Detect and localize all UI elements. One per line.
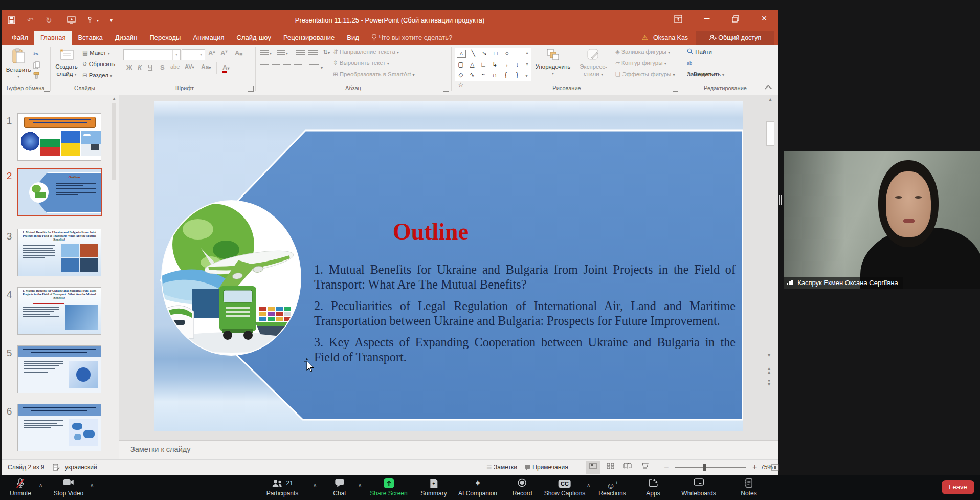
strikethrough-button[interactable]: abe xyxy=(170,63,180,70)
replace-button[interactable]: abЗаменить ▾ xyxy=(687,58,717,69)
previous-slide-button[interactable]: ▴▴ xyxy=(768,366,770,374)
shape-textbox[interactable]: A xyxy=(457,50,466,58)
next-slide-button[interactable]: ▾▾ xyxy=(768,379,770,386)
underline-button[interactable]: Ч xyxy=(148,63,152,71)
select-button[interactable]: ↖ Выделить ▾ xyxy=(687,69,724,80)
slide-thumbnail-2-selected[interactable]: Outline xyxy=(18,169,101,215)
text-shadow-button[interactable]: S xyxy=(160,63,165,71)
slide-thumbnail-4[interactable]: 1. Mutual Benefits for Ukraine and Bulga… xyxy=(18,288,101,334)
whiteboards-button[interactable]: Whiteboards xyxy=(681,478,716,497)
transport-collage-image[interactable] xyxy=(162,201,300,355)
shape-right-arrow[interactable]: → xyxy=(500,59,511,70)
record-button[interactable]: Record xyxy=(513,478,532,497)
font-size-combo[interactable]: ▾ xyxy=(182,49,205,60)
zoom-slider-track[interactable] xyxy=(675,467,746,468)
slide-sorter-view-button[interactable] xyxy=(603,461,617,474)
shape-curve[interactable]: ∩ xyxy=(489,70,500,80)
shape-rounded-rectangle[interactable]: ▢ xyxy=(455,59,466,70)
layout-button[interactable]: ▤ Макет ▾ xyxy=(82,48,110,58)
copy-button[interactable] xyxy=(33,61,40,71)
normal-view-button[interactable] xyxy=(586,461,600,474)
thumbnail-scroll-up[interactable]: ▴ xyxy=(111,96,117,101)
ribbon-display-options-button[interactable] xyxy=(670,10,687,28)
participants-options-caret[interactable]: ∧ xyxy=(313,482,317,488)
leave-meeting-button[interactable]: Leave xyxy=(942,480,974,494)
shape-arc[interactable]: ~ xyxy=(478,70,489,80)
show-captions-button[interactable]: CC Show Captions xyxy=(544,478,586,497)
tab-animations[interactable]: Анимация xyxy=(187,31,230,45)
tab-transitions[interactable]: Переходы xyxy=(143,31,187,45)
character-spacing-button[interactable]: AV▾ xyxy=(185,63,194,70)
bullets-button[interactable] xyxy=(260,50,269,56)
shape-triangle[interactable]: △ xyxy=(466,59,478,70)
shape-arrow-line[interactable]: ↘ xyxy=(479,48,490,58)
zoom-slider-thumb[interactable] xyxy=(703,464,706,471)
grow-font-button[interactable]: A▴ xyxy=(208,49,215,57)
align-text-button[interactable]: ⇕ Выровнять текст ▾ xyxy=(333,58,389,69)
align-right-button[interactable] xyxy=(283,64,291,70)
pane-splitter-handle-2[interactable] xyxy=(781,195,782,205)
video-options-caret[interactable]: ∧ xyxy=(90,482,94,488)
shapes-gallery[interactable]: A ╲ ↘ □ ○ ▢ △ ∟ ↳ → ↓ ◇ ∿ ~ ∩ { } xyxy=(455,48,531,81)
align-center-button[interactable] xyxy=(272,64,280,70)
find-button[interactable]: Найти xyxy=(687,47,712,57)
decrease-indent-button[interactable] xyxy=(296,50,305,56)
shrink-font-button[interactable]: A▾ xyxy=(220,49,227,57)
clear-formatting-button[interactable]: A𝄪 xyxy=(235,49,242,57)
editor-scroll-thumb[interactable] xyxy=(766,121,774,146)
drawing-dialog-launcher[interactable] xyxy=(673,86,678,92)
font-name-combo[interactable]: ▾ xyxy=(123,49,181,60)
tab-insert[interactable]: Вставка xyxy=(72,31,108,45)
apps-button[interactable]: Apps xyxy=(646,478,660,497)
chat-options-caret[interactable]: ∧ xyxy=(358,482,362,488)
editor-scrollbar[interactable]: ▴ ▾ ▴▴ ▾▾ xyxy=(765,96,776,383)
captions-options-caret[interactable]: ∧ xyxy=(587,482,590,488)
restore-button[interactable] xyxy=(727,10,744,28)
columns-button[interactable] xyxy=(309,64,319,70)
spellcheck-icon[interactable] xyxy=(53,463,60,473)
numbering-button[interactable] xyxy=(277,50,285,56)
collapse-ribbon-button[interactable] xyxy=(766,84,772,90)
arrange-button[interactable]: Упорядочить ▾ xyxy=(532,48,573,77)
slideshow-view-button[interactable] xyxy=(638,461,652,474)
align-left-button[interactable] xyxy=(260,64,269,70)
reactions-button[interactable]: ☺+ Reactions xyxy=(598,478,626,497)
italic-button[interactable]: К xyxy=(138,63,142,71)
shape-left-brace[interactable]: { xyxy=(500,70,511,80)
format-painter-button[interactable] xyxy=(33,72,41,81)
slide-title[interactable]: Outline xyxy=(323,218,538,245)
language-indicator[interactable]: украинский xyxy=(65,460,97,475)
zoom-out-button[interactable]: − xyxy=(664,460,669,475)
font-color-button[interactable]: A▾ xyxy=(222,63,229,71)
shape-line[interactable]: ╲ xyxy=(467,48,479,58)
tab-review[interactable]: Рецензирование xyxy=(277,31,341,45)
slide-thumbnail-1[interactable] xyxy=(18,114,101,160)
thumbnail-scroll-thumb[interactable] xyxy=(112,103,116,180)
thumbnail-scrollbar[interactable]: ▴ xyxy=(111,96,117,456)
shape-scribble[interactable]: ∿ xyxy=(466,70,478,80)
shape-star[interactable]: ☆ xyxy=(455,80,466,90)
tell-me-box[interactable]: Что вы хотите сделать? xyxy=(365,31,458,45)
font-dialog-launcher[interactable] xyxy=(248,86,254,92)
account-name[interactable]: Oksana Kas xyxy=(653,31,688,45)
zoom-in-button[interactable]: + xyxy=(752,460,757,475)
unmute-button[interactable]: Unmute xyxy=(10,478,31,497)
change-case-button[interactable]: Aa▾ xyxy=(201,63,211,71)
shape-rectangle[interactable]: □ xyxy=(490,48,501,58)
share-screen-button[interactable]: Share Screen xyxy=(370,478,407,497)
shape-outline-button[interactable]: ▱ Контур фигуры ▾ xyxy=(615,58,666,69)
increase-indent-button[interactable] xyxy=(308,50,318,56)
participants-button[interactable]: 21 Participants xyxy=(266,478,299,497)
ai-companion-button[interactable]: ✦ AI Companion xyxy=(458,478,497,497)
convert-smartart-button[interactable]: ⊞ Преобразовать в SmartArt ▾ xyxy=(333,69,415,80)
clipboard-dialog-launcher[interactable] xyxy=(44,86,50,92)
shape-flowchart[interactable]: ◇ xyxy=(455,70,466,80)
pane-splitter-handle[interactable] xyxy=(779,195,780,205)
editor-scroll-up[interactable]: ▴ xyxy=(765,96,776,102)
tab-view[interactable]: Вид xyxy=(341,31,365,45)
minimize-button[interactable]: ─ xyxy=(698,10,716,28)
section-button[interactable]: ⊟ Раздел ▾ xyxy=(82,70,112,81)
shape-right-brace[interactable]: } xyxy=(511,70,523,80)
numbering-caret[interactable]: ▾ xyxy=(286,51,288,56)
share-button[interactable]: Общий доступ xyxy=(696,31,774,45)
